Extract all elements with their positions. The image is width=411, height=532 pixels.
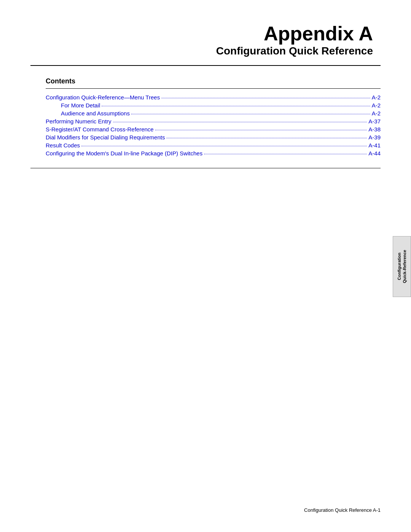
toc-row: Dial Modifiers for Special Dialing Requi… [46,134,381,141]
contents-heading: Contents [46,77,381,85]
appendix-title: Appendix A [30,23,373,45]
toc-link[interactable]: For More Detail [61,102,100,109]
toc-link[interactable]: S-Register/AT Command Cross-Reference [46,126,154,133]
toc-link[interactable]: Configuration Quick-Reference—Menu Trees [46,94,160,101]
toc-link[interactable]: Audience and Assumptions [61,110,130,117]
side-tab: ConfigurationQuick-Reference [393,236,411,297]
toc-link[interactable]: Dial Modifiers for Special Dialing Requi… [46,134,165,141]
footer: Configuration Quick Reference A-1 [304,507,381,513]
toc-page: A-38 [368,126,381,133]
bottom-rule [30,168,381,168]
page-container: Appendix A Configuration Quick Reference… [0,0,411,532]
toc-row: For More DetailA-2 [46,102,381,109]
toc-link[interactable]: Configuring the Modem's Dual In-line Pac… [46,150,202,157]
toc-link[interactable]: Performing Numeric Entry [46,118,112,125]
toc-dots [113,122,367,122]
toc-row: Configuration Quick-Reference—Menu Trees… [46,94,381,101]
header-section: Appendix A Configuration Quick Reference [30,23,381,58]
toc-dots [131,114,370,114]
header-rule [30,65,381,66]
toc-page: A-2 [372,102,381,109]
toc-row: Configuring the Modem's Dual In-line Pac… [46,150,381,157]
contents-section: Contents Configuration Quick-Reference—M… [46,77,381,157]
toc-page: A-41 [368,142,381,149]
toc-page: A-2 [372,94,381,101]
toc-dots [155,130,367,130]
toc-row: Audience and AssumptionsA-2 [46,110,381,117]
toc-dots [204,154,367,154]
toc-dots [102,106,370,106]
toc-dots [81,146,367,146]
toc-page: A-44 [368,150,381,157]
toc-dots [161,98,370,98]
toc-row: S-Register/AT Command Cross-ReferenceA-3… [46,126,381,133]
appendix-subtitle: Configuration Quick Reference [30,45,373,58]
toc-row: Performing Numeric EntryA-37 [46,118,381,125]
toc-page: A-37 [368,118,381,125]
toc-row: Result CodesA-41 [46,142,381,149]
footer-text: Configuration Quick Reference A-1 [304,507,381,513]
toc-page: A-39 [368,134,381,141]
toc-list: Configuration Quick-Reference—Menu Trees… [46,94,381,157]
toc-link[interactable]: Result Codes [46,142,80,149]
toc-page: A-2 [372,110,381,117]
contents-rule [46,88,381,89]
side-tab-text: ConfigurationQuick-Reference [397,250,408,283]
toc-dots [166,138,367,138]
